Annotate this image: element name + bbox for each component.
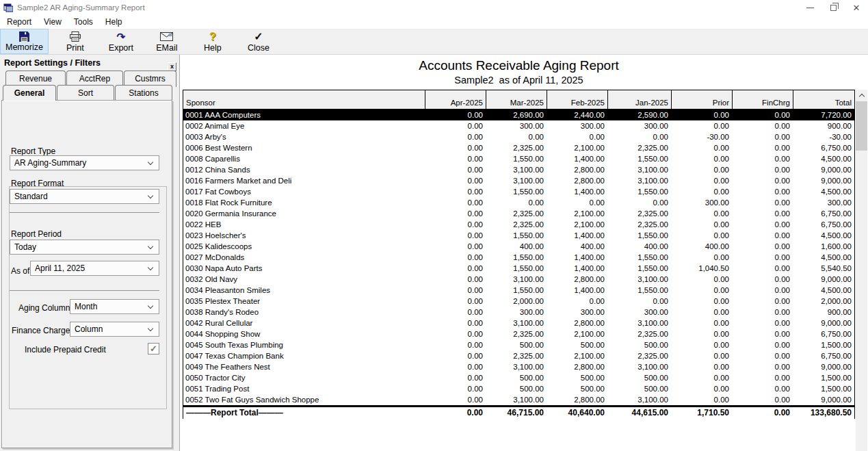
table-row[interactable]: 0052 Two Fat Guys Sandwich Shoppe0.003,1… xyxy=(183,394,854,405)
export-button[interactable]: ↷Export xyxy=(102,29,140,54)
table-row[interactable]: 0003 Arby's0.000.000.000.00-30.000.00-30… xyxy=(183,131,854,142)
table-row[interactable]: 0034 Pleasanton Smiles0.001,550.001,400.… xyxy=(183,285,854,296)
menu-item-report[interactable]: Report xyxy=(1,16,38,28)
cell-value: 0.00 xyxy=(425,186,486,197)
table-row[interactable]: 0042 Rural Cellular0.003,100.002,800.003… xyxy=(183,318,854,328)
cell-value: 0.00 xyxy=(732,383,793,394)
chevron-down-icon xyxy=(148,302,153,308)
cell-sponsor: 0027 McDonalds xyxy=(183,252,425,263)
table-row[interactable]: 0006 Best Western0.002,325.002,100.002,3… xyxy=(183,142,854,153)
cell-value: 0.00 xyxy=(671,361,732,372)
minimize-button[interactable] xyxy=(798,0,821,15)
cell-value: 1,400.00 xyxy=(547,285,607,296)
table-row-selected[interactable]: 0001 AAA Computers0.002,690.002,440.002,… xyxy=(183,109,854,120)
settings-panel: Report Settings / Filters x Report Type … xyxy=(0,55,179,451)
cell-value: 1,550.00 xyxy=(486,263,547,274)
close-button[interactable]: ✓Close xyxy=(239,29,278,54)
email-button[interactable]: EMail xyxy=(148,29,186,54)
table-row[interactable]: 0035 Plestex Theater0.002,000.000.000.00… xyxy=(183,296,854,307)
cell-sponsor: 0032 Old Navy xyxy=(183,274,425,285)
menu-item-help[interactable]: Help xyxy=(99,16,129,28)
cell-sponsor: 0002 Animal Eye xyxy=(183,120,425,131)
table-row[interactable]: 0002 Animal Eye0.00300.00300.00300.000.0… xyxy=(183,120,854,131)
include-prepaid-credit-checkbox[interactable]: ✓ xyxy=(148,343,159,355)
cell-value: 1,550.00 xyxy=(486,285,547,296)
aging-columns-select[interactable]: Month xyxy=(70,299,159,314)
cell-value: 0.00 xyxy=(425,153,486,164)
cell-value: 400.00 xyxy=(671,241,732,252)
table-row[interactable]: 0018 Flat Rock Furniture0.000.000.000.00… xyxy=(183,197,854,208)
table-row[interactable]: 0049 The Feathers Nest0.003,100.002,800.… xyxy=(183,361,854,372)
table-row[interactable]: 0016 Farmers Market and Deli0.003,100.00… xyxy=(183,175,854,186)
table-row[interactable]: 0030 Napa Auto Parts0.001,550.001,400.00… xyxy=(183,263,854,274)
as-of-date-select[interactable]: April 11, 2025 xyxy=(30,261,159,276)
table-row[interactable]: 0047 Texas Champion Bank0.002,325.002,10… xyxy=(183,350,854,361)
cell-value: 0.00 xyxy=(671,274,732,285)
close-button[interactable]: ✕ xyxy=(845,0,868,15)
restore-button[interactable] xyxy=(821,0,845,15)
cell-value: 0.00 xyxy=(425,131,486,142)
table-row[interactable]: 0012 China Sands0.003,100.002,800.003,10… xyxy=(183,164,854,175)
tab-general[interactable]: General xyxy=(3,85,56,101)
report-period-value: Today xyxy=(14,242,148,252)
scroll-thumb[interactable] xyxy=(856,101,867,151)
finance-charges-select[interactable]: Column xyxy=(70,322,159,337)
column-header-total: Total xyxy=(793,90,854,109)
vertical-scrollbar[interactable] xyxy=(856,90,867,451)
cell-sponsor: 0025 Kalidescoops xyxy=(183,241,425,252)
report-format-select[interactable]: Standard xyxy=(10,189,159,204)
table-row[interactable]: 0017 Fat Cowboys0.001,550.001,400.001,55… xyxy=(183,186,854,197)
cell-value: 0.00 xyxy=(425,372,486,383)
table-row[interactable]: 0038 Randy's Rodeo0.00300.00300.00300.00… xyxy=(183,307,854,318)
total-value: 0.00 xyxy=(732,407,793,419)
table-row[interactable]: 0045 South Texas Plumbing0.00500.00500.0… xyxy=(183,339,854,350)
tab-sort[interactable]: Sort xyxy=(57,85,114,100)
print-button[interactable]: Print xyxy=(56,29,94,54)
export-label: Export xyxy=(109,43,133,53)
memorize-button[interactable]: Memorize xyxy=(0,29,49,54)
cell-value: 0.00 xyxy=(425,142,486,153)
table-row[interactable]: 0044 Shopping Show0.002,325.002,100.002,… xyxy=(183,328,854,339)
table-row[interactable]: 0022 HEB0.002,325.002,100.002,325.000.00… xyxy=(183,219,854,230)
cell-value: 0.00 xyxy=(425,274,486,285)
tab-stations[interactable]: Stations xyxy=(115,85,172,100)
cell-value: 2,100.00 xyxy=(547,208,607,219)
question-mark-icon: ? xyxy=(209,31,216,43)
report-type-label: Report Type xyxy=(11,146,55,156)
table-row[interactable]: 0025 Kalidescoops0.00400.00400.00400.004… xyxy=(183,241,854,252)
cell-value: 2,100.00 xyxy=(547,350,607,361)
cell-value: 0.00 xyxy=(671,230,732,241)
cell-value: 2,325.00 xyxy=(607,208,671,219)
table-header-row: SponsorApr-2025Mar-2025Feb-2025Jan-2025P… xyxy=(183,90,854,109)
cell-value: 2,800.00 xyxy=(547,318,607,328)
cell-value: 6,750.00 xyxy=(793,208,854,219)
cell-value: 0.00 xyxy=(425,318,486,328)
cell-value: 0.00 xyxy=(671,372,732,383)
cell-value: 0.00 xyxy=(547,197,607,208)
help-button[interactable]: ?Help xyxy=(194,29,232,54)
table-row[interactable]: 0027 McDonalds0.001,550.001,400.001,550.… xyxy=(183,252,854,263)
cell-value: 0.00 xyxy=(671,109,732,120)
scroll-up-button[interactable] xyxy=(856,90,867,101)
cell-value: 4,500.00 xyxy=(793,153,854,164)
report-period-select[interactable]: Today xyxy=(10,240,159,255)
cell-sponsor: 0006 Best Western xyxy=(183,142,425,153)
table-row[interactable]: 0050 Tractor City0.00500.00500.00500.000… xyxy=(183,372,854,383)
cell-value: 0.00 xyxy=(671,339,732,350)
cell-value: 3,100.00 xyxy=(607,274,671,285)
table-row[interactable]: 0023 Hoelscher's0.001,550.001,400.001,55… xyxy=(183,230,854,241)
menu-item-view[interactable]: View xyxy=(38,16,68,28)
cell-value: 300.00 xyxy=(486,120,547,131)
table-row[interactable]: 0020 Germania Insurance0.002,325.002,100… xyxy=(183,208,854,219)
table-row[interactable]: 0008 Caparellis0.001,550.001,400.001,550… xyxy=(183,153,854,164)
chevron-up-icon xyxy=(858,94,864,99)
cell-sponsor: 0034 Pleasanton Smiles xyxy=(183,285,425,296)
print-label: Print xyxy=(66,43,84,53)
menu-item-tools[interactable]: Tools xyxy=(68,16,99,28)
table-row[interactable]: 0051 Trading Post0.00500.00500.00500.000… xyxy=(183,383,854,394)
report-format-label: Report Format xyxy=(11,179,64,188)
table-row[interactable]: 0032 Old Navy0.003,100.002,800.003,100.0… xyxy=(183,274,854,285)
cell-value: 1,550.00 xyxy=(607,230,671,241)
cell-value: 0.00 xyxy=(425,230,486,241)
report-type-select[interactable]: AR Aging-Summary xyxy=(10,155,159,170)
